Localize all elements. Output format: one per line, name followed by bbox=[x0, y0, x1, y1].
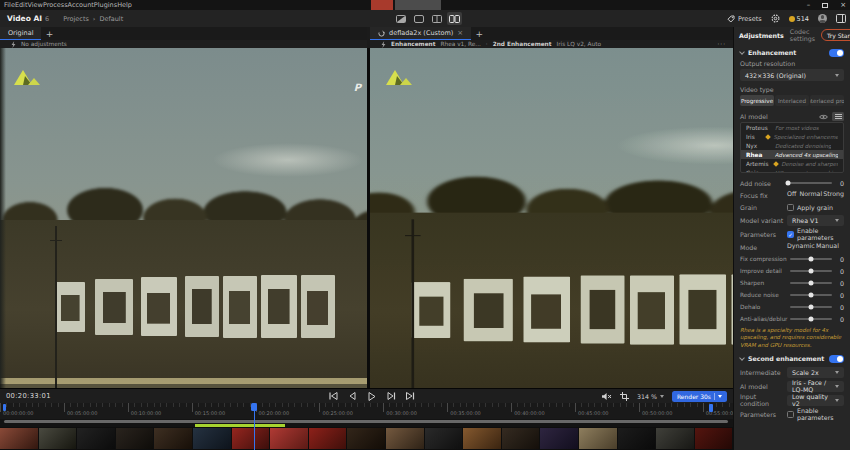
filmstrip-thumbnail[interactable] bbox=[39, 428, 77, 449]
menu-item[interactable]: Plugins bbox=[94, 1, 117, 9]
view-mode-overlay-icon[interactable] bbox=[393, 12, 408, 25]
next-frame-button[interactable] bbox=[386, 391, 396, 401]
filmstrip[interactable] bbox=[0, 427, 733, 450]
ai-model-option[interactable]: Proteus For most videos bbox=[741, 123, 843, 132]
maximize-button[interactable] bbox=[822, 3, 828, 8]
ai-model-option[interactable]: Rhea Advanced 4x upscaling bbox=[741, 150, 843, 159]
mode-option[interactable]: Dynamic bbox=[787, 242, 815, 252]
model-variant-select[interactable]: Rhea V1 bbox=[787, 215, 844, 226]
filmstrip-thumbnail[interactable] bbox=[502, 428, 540, 449]
output-resolution-select[interactable]: 432×336 (Original) bbox=[740, 69, 844, 81]
ai-model-option[interactable]: Iris Specialized enhancement for faces bbox=[741, 132, 843, 141]
second-enhancement-select[interactable]: Low quality v2 bbox=[787, 395, 844, 406]
focus-fix-option[interactable]: Normal bbox=[799, 190, 822, 200]
render-button[interactable]: Render 30s bbox=[672, 391, 727, 402]
filmstrip-thumbnail[interactable] bbox=[193, 428, 231, 449]
second-enhancement-select[interactable]: Scale 2x bbox=[787, 367, 844, 378]
filmstrip-thumbnail[interactable] bbox=[309, 428, 347, 449]
filmstrip-thumbnail[interactable] bbox=[116, 428, 154, 449]
skip-to-start-button[interactable] bbox=[328, 391, 338, 401]
chevron-down-icon[interactable] bbox=[739, 49, 745, 55]
mute-audio-icon[interactable] bbox=[601, 392, 612, 401]
breadcrumb-projects[interactable]: Projects bbox=[63, 15, 89, 23]
skip-to-end-button[interactable] bbox=[405, 391, 415, 401]
enhancement-summary-label[interactable]: Enhancement bbox=[391, 41, 436, 47]
mode-option[interactable]: Manual bbox=[816, 242, 844, 252]
second-enhancement-summary-label[interactable]: 2nd Enhancement bbox=[493, 41, 552, 47]
menu-item[interactable]: View bbox=[27, 1, 42, 9]
filmstrip-thumbnail[interactable] bbox=[270, 428, 308, 449]
filmstrip-thumbnail[interactable] bbox=[154, 428, 192, 449]
timeline-start-marker[interactable] bbox=[3, 404, 6, 411]
tab-adjustments[interactable]: Adjustments bbox=[739, 32, 784, 39]
original-video-view[interactable]: P bbox=[0, 48, 367, 388]
tab-codec-settings[interactable]: Codec settings bbox=[790, 28, 815, 42]
ai-model-option[interactable]: Artemis Denoise and sharpen bbox=[741, 159, 843, 168]
menu-item[interactable]: Edit bbox=[15, 1, 28, 9]
tab-original[interactable]: Original bbox=[0, 27, 41, 40]
video-type-option[interactable]: Progressive bbox=[740, 95, 774, 106]
presets-button[interactable]: Presets bbox=[727, 15, 762, 23]
menu-item[interactable]: Process bbox=[43, 1, 68, 9]
play-button[interactable] bbox=[366, 391, 377, 402]
menu-item[interactable]: Account bbox=[68, 1, 94, 9]
minimize-button[interactable]: – bbox=[807, 1, 811, 9]
zoom-level-select[interactable]: 314 % bbox=[637, 393, 664, 400]
parameter-slider[interactable] bbox=[790, 306, 832, 308]
more-options-icon[interactable]: ··· bbox=[717, 41, 726, 47]
add-noise-slider[interactable] bbox=[787, 182, 832, 184]
timeline-end-marker[interactable] bbox=[709, 404, 713, 412]
playhead-handle[interactable] bbox=[251, 403, 257, 411]
close-button[interactable]: × bbox=[840, 1, 846, 9]
ai-model-option[interactable]: Nyx Dedicated denoising bbox=[741, 141, 843, 150]
credits-badge[interactable]: 514 bbox=[789, 15, 809, 23]
video-type-option[interactable]: Interlaced bbox=[775, 95, 809, 106]
filmstrip-thumbnail[interactable] bbox=[656, 428, 694, 449]
crop-icon[interactable] bbox=[620, 392, 629, 401]
model-list-view-icon[interactable] bbox=[832, 112, 844, 121]
timeline-ruler[interactable]: 00:00:00:0000:05:00:0000:10:00:0000:15:0… bbox=[0, 403, 733, 419]
timeline-scrollbar[interactable] bbox=[4, 420, 728, 423]
filmstrip-thumbnail[interactable] bbox=[695, 428, 733, 449]
filmstrip-thumbnail[interactable] bbox=[232, 428, 270, 449]
filmstrip-thumbnail[interactable] bbox=[0, 428, 38, 449]
parameter-slider[interactable] bbox=[790, 318, 832, 320]
filmstrip-thumbnail[interactable] bbox=[77, 428, 115, 449]
ai-model-option[interactable]: Gaia HQ, computer graphics bbox=[741, 168, 843, 173]
eye-icon[interactable] bbox=[819, 114, 828, 120]
second-enhancement-select[interactable]: Iris - Face / LQ-MQ bbox=[787, 381, 844, 392]
add-view-button-left[interactable]: + bbox=[41, 27, 57, 40]
chevron-down-icon[interactable] bbox=[739, 355, 745, 361]
close-tab-icon[interactable]: × bbox=[457, 29, 463, 37]
try-starlight-button[interactable]: Try Starlight bbox=[821, 29, 850, 41]
second-enable-parameters-checkbox[interactable] bbox=[787, 411, 794, 418]
enhanced-video-view[interactable] bbox=[370, 48, 733, 388]
account-avatar[interactable] bbox=[818, 14, 827, 23]
filmstrip-thumbnail[interactable] bbox=[618, 428, 656, 449]
parameter-slider[interactable] bbox=[790, 282, 832, 284]
panel-toggle-icon[interactable] bbox=[836, 14, 846, 23]
view-mode-single-icon[interactable] bbox=[411, 12, 426, 25]
parameter-slider[interactable] bbox=[790, 270, 832, 272]
filmstrip-thumbnail[interactable] bbox=[540, 428, 578, 449]
parameter-slider[interactable] bbox=[790, 294, 832, 296]
apply-grain-checkbox[interactable] bbox=[787, 204, 794, 211]
parameter-slider[interactable] bbox=[790, 258, 832, 260]
view-mode-split-icon[interactable] bbox=[429, 12, 444, 25]
second-enhancement-toggle[interactable] bbox=[829, 355, 844, 363]
focus-fix-option[interactable]: Off bbox=[787, 190, 798, 200]
filmstrip-thumbnail[interactable] bbox=[347, 428, 385, 449]
filmstrip-thumbnail[interactable] bbox=[463, 428, 501, 449]
enhancement-toggle[interactable] bbox=[829, 49, 844, 57]
filmstrip-thumbnail[interactable] bbox=[386, 428, 424, 449]
focus-fix-option[interactable]: Strong bbox=[823, 190, 844, 200]
view-mode-side-by-side-icon[interactable] bbox=[447, 12, 462, 25]
breadcrumb-current[interactable]: Default bbox=[99, 15, 123, 23]
enable-parameters-checkbox[interactable]: ✓ bbox=[787, 231, 794, 238]
filmstrip-thumbnail[interactable] bbox=[425, 428, 463, 449]
tab-enhanced-preset[interactable]: deflada2x (Custom) × bbox=[370, 27, 471, 40]
menu-item[interactable]: Help bbox=[117, 1, 132, 9]
filmstrip-thumbnail[interactable] bbox=[579, 428, 617, 449]
add-view-button-right[interactable]: + bbox=[471, 27, 487, 40]
previous-frame-button[interactable] bbox=[347, 391, 357, 401]
